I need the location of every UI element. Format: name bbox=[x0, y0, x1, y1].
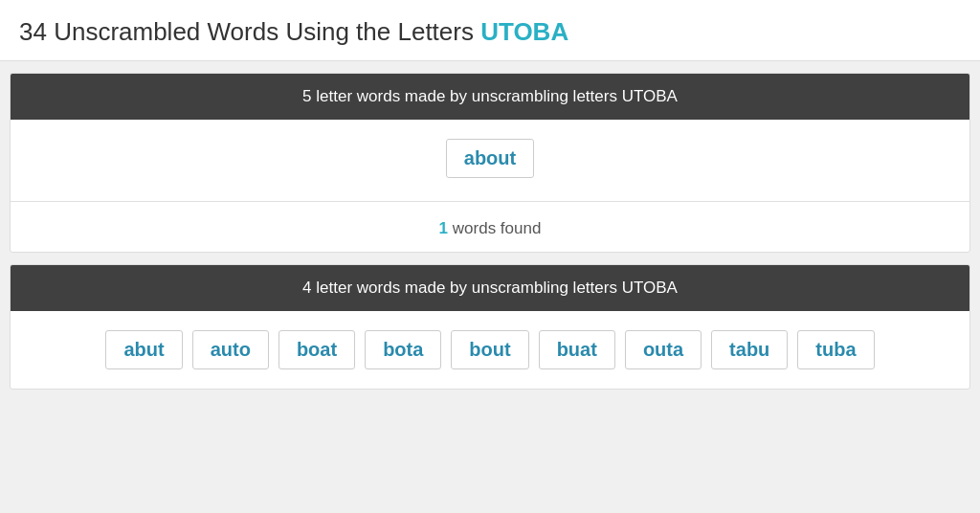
word-tabu[interactable]: tabu bbox=[711, 330, 788, 369]
five-letter-header: 5 letter words made by unscrambling lett… bbox=[11, 74, 969, 120]
words-found-label-5: words found bbox=[448, 219, 541, 237]
word-buat[interactable]: buat bbox=[539, 330, 615, 369]
page-header: 34 Unscrambled Words Using the Letters U… bbox=[0, 0, 980, 61]
content-area: 5 letter words made by unscrambling lett… bbox=[0, 61, 980, 401]
page-title-prefix: 34 Unscrambled Words Using the Letters bbox=[19, 17, 480, 46]
four-letter-words: abut auto boat bota bout buat outa tabu … bbox=[11, 311, 969, 389]
page-wrapper: 34 Unscrambled Words Using the Letters U… bbox=[0, 0, 980, 401]
page-title-accent: UTOBA bbox=[480, 17, 568, 46]
words-found-5: 1 words found bbox=[11, 206, 969, 252]
page-title: 34 Unscrambled Words Using the Letters U… bbox=[19, 17, 961, 47]
section-divider bbox=[11, 201, 969, 202]
five-letter-words: about bbox=[11, 120, 969, 197]
word-bout[interactable]: bout bbox=[451, 330, 528, 369]
word-outa[interactable]: outa bbox=[625, 330, 702, 369]
word-tuba[interactable]: tuba bbox=[797, 330, 874, 369]
word-abut[interactable]: abut bbox=[105, 330, 182, 369]
words-found-count-5: 1 bbox=[439, 219, 448, 237]
word-auto[interactable]: auto bbox=[192, 330, 269, 369]
four-letter-header: 4 letter words made by unscrambling lett… bbox=[11, 265, 969, 311]
word-bota[interactable]: bota bbox=[365, 330, 441, 369]
word-boat[interactable]: boat bbox=[278, 330, 355, 369]
five-letter-section: 5 letter words made by unscrambling lett… bbox=[10, 73, 970, 253]
word-about[interactable]: about bbox=[446, 139, 534, 178]
four-letter-section: 4 letter words made by unscrambling lett… bbox=[10, 264, 970, 390]
